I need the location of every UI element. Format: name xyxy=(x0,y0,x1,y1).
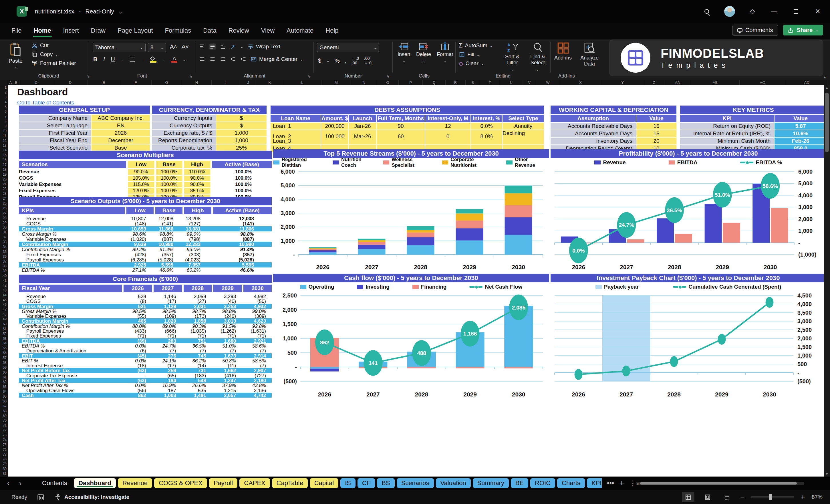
menu-tab-data[interactable]: Data xyxy=(202,25,217,38)
debts-cell[interactable]: Loan_3 xyxy=(270,137,321,145)
row-header-52[interactable]: 52 xyxy=(0,332,8,336)
row-header-56[interactable]: 56 xyxy=(0,351,8,355)
sm-value[interactable]: 105.0% xyxy=(128,176,154,181)
sheet-tab-kpis[interactable]: KPIs xyxy=(587,478,602,488)
row-header-5[interactable]: 5 xyxy=(0,105,8,109)
menu-tab-automate[interactable]: Automate xyxy=(286,25,314,38)
row-header-49[interactable]: 49 xyxy=(0,317,8,322)
comma-style-button[interactable]: , xyxy=(345,58,347,64)
percent-style-button[interactable]: % xyxy=(334,58,340,64)
debts-cell[interactable] xyxy=(349,137,376,145)
row-header-15[interactable]: 15 xyxy=(0,153,8,158)
column-header-T[interactable]: T xyxy=(480,80,500,85)
debts-cell[interactable]: 12 xyxy=(425,123,471,130)
bold-button[interactable]: B xyxy=(93,56,97,63)
sm-value[interactable]: 100.0% xyxy=(156,176,182,181)
row-header-69[interactable]: 69 xyxy=(0,414,8,418)
row-header-19[interactable]: 19 xyxy=(0,172,8,177)
horizontal-scroll-thumb[interactable] xyxy=(640,482,797,484)
column-header-F[interactable]: F xyxy=(120,80,152,85)
sheet-tab-contents[interactable]: Contents xyxy=(37,478,72,488)
row-header-38[interactable]: 38 xyxy=(0,264,8,269)
font-dialog-launcher[interactable]: ⇘ xyxy=(189,74,192,78)
new-sheet-button[interactable]: + xyxy=(619,478,625,488)
row-header-44[interactable]: 44 xyxy=(0,293,8,298)
menu-tab-file[interactable]: File xyxy=(11,25,22,38)
sm-value[interactable]: 115.0% xyxy=(128,182,154,187)
currency-table-value[interactable]: 1,000 xyxy=(216,137,266,144)
sm-value[interactable]: 100.0% xyxy=(156,188,182,194)
row-header-9[interactable]: 9 xyxy=(0,124,8,129)
row-header-20[interactable]: 20 xyxy=(0,177,8,182)
column-header-L[interactable]: L xyxy=(283,80,321,85)
insert-cells-button[interactable]: Insert⌄ xyxy=(397,42,410,64)
debts-cell[interactable]: Jan-26 xyxy=(349,123,376,130)
row-header-42[interactable]: 42 xyxy=(0,283,8,288)
merge-center-button[interactable]: Merge & Center⌄ xyxy=(251,56,303,62)
row-header-3[interactable]: 3 xyxy=(0,95,8,100)
sheet-tab-charts[interactable]: Charts xyxy=(557,478,585,488)
clipboard-dialog-launcher[interactable]: ⇘ xyxy=(87,74,90,78)
copy-button[interactable]: Copy⌄ xyxy=(31,51,76,58)
general-setup-table-value[interactable]: Base xyxy=(92,145,150,151)
debts-cell[interactable]: Loan_1 xyxy=(270,123,321,130)
debts-cell[interactable]: Annuity xyxy=(503,123,544,130)
row-header-23[interactable]: 23 xyxy=(0,191,8,196)
more-sheets-ellipsis[interactable]: ••• xyxy=(607,479,614,487)
row-header-36[interactable]: 36 xyxy=(0,254,8,259)
menu-tab-home[interactable]: Home xyxy=(33,25,52,38)
column-header-AC[interactable]: AC xyxy=(740,80,786,85)
find-select-button[interactable]: Find & Select⌄ xyxy=(527,42,549,72)
underline-button[interactable]: U xyxy=(111,56,115,63)
general-setup-table-value[interactable]: 2026 xyxy=(92,130,150,136)
sheet-tab-bs[interactable]: BS xyxy=(377,478,394,488)
menu-tab-review[interactable]: Review xyxy=(228,25,250,38)
row-header-55[interactable]: 55 xyxy=(0,346,8,351)
row-header-17[interactable]: 17 xyxy=(0,162,8,167)
row-header-47[interactable]: 47 xyxy=(0,307,8,312)
sm-value[interactable]: 90.0% xyxy=(128,169,154,175)
horizontal-scrollbar[interactable]: ◀ xyxy=(636,482,804,485)
orientation-icon[interactable] xyxy=(230,43,236,50)
sheet-tab-payroll[interactable]: Payroll xyxy=(209,478,237,488)
row-header-30[interactable]: 30 xyxy=(0,225,8,230)
column-header-K[interactable]: K xyxy=(256,80,283,85)
sheet-tab-dashboard[interactable]: Dashboard xyxy=(74,478,116,488)
align-center-icon[interactable] xyxy=(210,56,216,62)
row-header-40[interactable]: 40 xyxy=(0,274,8,278)
menu-tab-view[interactable]: View xyxy=(261,25,275,38)
menu-tab-draw[interactable]: Draw xyxy=(90,25,106,38)
row-header-43[interactable]: 43 xyxy=(0,288,8,293)
row-header-76[interactable]: 76 xyxy=(0,447,8,452)
row-header-74[interactable]: 74 xyxy=(0,438,8,442)
column-header-C[interactable]: C xyxy=(20,80,53,85)
grow-font-button[interactable]: A˄ xyxy=(170,43,177,50)
menu-tab-formulas[interactable]: Formulas xyxy=(164,25,192,38)
row-header-59[interactable]: 59 xyxy=(0,365,8,370)
debts-cell[interactable]: 90 xyxy=(377,123,425,130)
decrease-indent-icon[interactable] xyxy=(230,56,236,62)
working-capital-table-value[interactable]: 15 xyxy=(636,130,676,137)
add-ins-button[interactable]: Add-ins xyxy=(554,42,572,67)
currency-table-value[interactable]: 25% xyxy=(216,145,266,151)
scroll-down-arrow[interactable]: ▼ xyxy=(824,472,830,476)
scroll-up-arrow[interactable]: ▲ xyxy=(824,86,830,90)
sheet-tab-be[interactable]: BE xyxy=(511,478,528,488)
row-header-63[interactable]: 63 xyxy=(0,384,8,389)
row-header-51[interactable]: 51 xyxy=(0,327,8,332)
column-header-X[interactable]: X xyxy=(560,80,601,85)
number-format-combo[interactable]: General⌄ xyxy=(317,43,379,52)
debts-cell[interactable] xyxy=(471,137,502,145)
wrap-text-button[interactable]: Wrap Text xyxy=(247,43,280,50)
row-header-31[interactable]: 31 xyxy=(0,230,8,235)
row-header-48[interactable]: 48 xyxy=(0,312,8,317)
page-break-view-button[interactable] xyxy=(721,492,733,502)
debts-cell[interactable] xyxy=(377,137,425,145)
column-header-V[interactable]: V xyxy=(523,80,536,85)
column-header-AA[interactable]: AA xyxy=(664,80,691,85)
row-header-14[interactable]: 14 xyxy=(0,148,8,153)
align-right-icon[interactable] xyxy=(220,56,226,62)
debts-cell[interactable] xyxy=(425,137,471,145)
column-header-B[interactable]: B xyxy=(13,80,20,85)
row-header-26[interactable]: 26 xyxy=(0,206,8,211)
